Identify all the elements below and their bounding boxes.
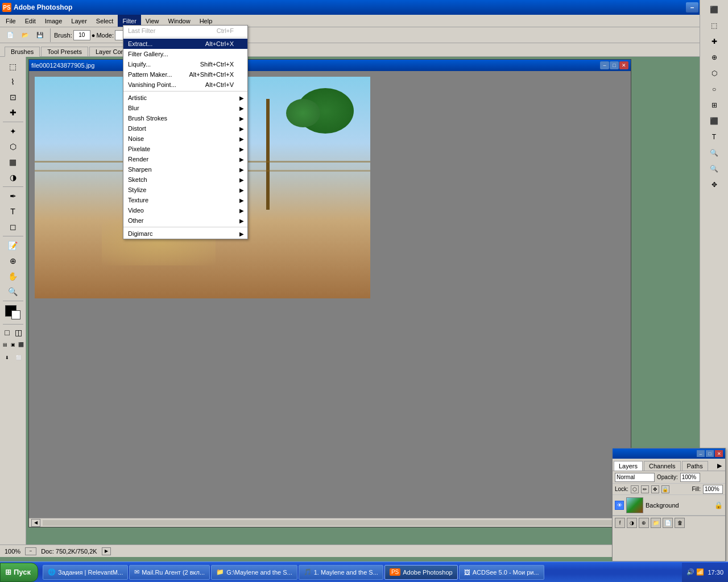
filter-digimarc[interactable]: Digimarc ▶ bbox=[123, 228, 247, 239]
scroll-doc-btn[interactable]: ▶ bbox=[102, 547, 111, 555]
filter-gallery[interactable]: Filter Gallery... bbox=[123, 49, 247, 59]
filter-video[interactable]: Video ▶ bbox=[123, 205, 247, 215]
lock-image-btn[interactable]: ✏ bbox=[641, 485, 649, 493]
delete-layer-btn[interactable]: 🗑 bbox=[675, 518, 685, 528]
tool-zoom[interactable]: 🔍 bbox=[2, 284, 24, 299]
screen-mode-2[interactable]: ▣ bbox=[10, 339, 16, 350]
taskbar-item-0[interactable]: 🌐 Задания | RelevantM... bbox=[43, 565, 128, 580]
taskbar-item-3[interactable]: 🎵 1. Maylene and the S... bbox=[299, 565, 383, 580]
tool-clone[interactable]: ✦ bbox=[2, 124, 24, 139]
menu-edit[interactable]: Edit bbox=[20, 15, 40, 27]
new-fill-btn[interactable]: ⊕ bbox=[639, 518, 649, 528]
filter-sharpen[interactable]: Sharpen ▶ bbox=[123, 164, 247, 174]
taskbar-item-5[interactable]: 🖼 ACDSee 5.0 - Мои ри... bbox=[459, 565, 544, 580]
filter-noise[interactable]: Noise ▶ bbox=[123, 134, 247, 144]
tool-extra[interactable]: ⬜ bbox=[14, 352, 24, 363]
quick-mask-on[interactable]: ◫ bbox=[14, 327, 24, 338]
minimize-button[interactable]: – bbox=[686, 2, 698, 13]
filter-texture[interactable]: Texture ▶ bbox=[123, 195, 247, 205]
layers-tab-channels[interactable]: Channels bbox=[644, 461, 680, 471]
layers-menu-btn[interactable]: ▶ bbox=[715, 461, 724, 471]
blend-mode-dropdown[interactable]: Normal bbox=[615, 473, 655, 482]
zoom-out-btn[interactable]: − bbox=[25, 547, 36, 555]
filter-distort[interactable]: Distort ▶ bbox=[123, 123, 247, 134]
opacity-input[interactable]: 100% bbox=[680, 473, 700, 482]
tool-shape[interactable]: ◻ bbox=[2, 219, 24, 234]
tool-eraser[interactable]: ⬡ bbox=[2, 139, 24, 154]
filter-stylize[interactable]: Stylize ▶ bbox=[123, 185, 247, 195]
filter-artistic[interactable]: Artistic ▶ bbox=[123, 93, 247, 103]
brush-size-input[interactable]: 10 bbox=[73, 30, 90, 40]
taskbar-item-2[interactable]: 📁 G:\Maylene and the S... bbox=[211, 565, 297, 580]
tool-dodge[interactable]: ◑ bbox=[2, 170, 24, 185]
layer-visibility-eye[interactable]: 👁 bbox=[615, 501, 624, 510]
doc-maximize-button[interactable]: □ bbox=[610, 61, 619, 69]
right-tool-2[interactable]: ⬚ bbox=[704, 18, 725, 33]
tool-crop[interactable]: ⊡ bbox=[2, 90, 24, 105]
tool-eyedropper[interactable]: ⊕ bbox=[2, 253, 24, 268]
filter-sketch[interactable]: Sketch ▶ bbox=[123, 174, 247, 185]
tool-marquee[interactable]: ⬚ bbox=[2, 59, 24, 74]
tool-type[interactable]: T bbox=[2, 204, 24, 219]
layers-tab-paths[interactable]: Paths bbox=[682, 461, 708, 471]
right-tool-3[interactable]: ✚ bbox=[704, 34, 725, 49]
filter-brush-strokes[interactable]: Brush Strokes ▶ bbox=[123, 113, 247, 123]
right-tool-8[interactable]: ⬛ bbox=[704, 114, 725, 128]
layers-min-btn[interactable]: – bbox=[697, 450, 705, 457]
lock-all-btn[interactable]: 🔒 bbox=[661, 485, 669, 493]
lock-position-btn[interactable]: ✥ bbox=[651, 485, 659, 493]
menu-select[interactable]: Select bbox=[92, 15, 118, 27]
right-tool-6[interactable]: ○ bbox=[704, 82, 725, 97]
background-color[interactable] bbox=[11, 310, 20, 319]
doc-close-button[interactable]: ✕ bbox=[619, 61, 628, 69]
toolbar-new[interactable]: 📄 bbox=[3, 28, 17, 42]
layers-close-btn[interactable]: ✕ bbox=[715, 450, 723, 457]
brushes-tab[interactable]: Brushes bbox=[5, 47, 40, 57]
doc-scrollbar[interactable]: ◀ ▶ bbox=[29, 518, 631, 527]
lock-transparent-btn[interactable]: ⬡ bbox=[631, 485, 639, 493]
menu-layer[interactable]: Layer bbox=[67, 15, 92, 27]
toolbar-open[interactable]: 📂 bbox=[18, 28, 32, 42]
tool-heal[interactable]: ✚ bbox=[2, 105, 24, 120]
start-button[interactable]: ⊞ Пуск bbox=[0, 563, 38, 582]
doc-minimize-button[interactable]: – bbox=[600, 61, 609, 69]
filter-last-filter[interactable]: Last Filter Ctrl+F bbox=[123, 26, 247, 36]
tool-pen[interactable]: ✒ bbox=[2, 189, 24, 203]
screen-mode-3[interactable]: ⬛ bbox=[18, 339, 24, 350]
foreground-color[interactable] bbox=[5, 305, 16, 317]
tool-hand[interactable]: ✋ bbox=[2, 269, 24, 284]
right-tool-12[interactable]: ✥ bbox=[704, 177, 725, 192]
right-tool-4[interactable]: ⊕ bbox=[704, 50, 725, 65]
filter-other[interactable]: Other ▶ bbox=[123, 215, 247, 226]
layers-tab-layers[interactable]: Layers bbox=[614, 461, 643, 471]
filter-pattern-maker[interactable]: Pattern Maker... Alt+Shift+Ctrl+X bbox=[123, 69, 247, 80]
filter-vanishing-point[interactable]: Vanishing Point... Alt+Ctrl+V bbox=[123, 80, 247, 90]
filter-liquify[interactable]: Liquify... Shift+Ctrl+X bbox=[123, 59, 247, 69]
scroll-track[interactable] bbox=[43, 520, 617, 526]
jump-to-imageready[interactable]: ⬇ bbox=[2, 352, 13, 363]
filter-extract[interactable]: Extract... Alt+Ctrl+X bbox=[123, 39, 247, 49]
right-tool-10[interactable]: 🔍 bbox=[704, 146, 725, 160]
layer-mask-btn[interactable]: ◑ bbox=[627, 518, 637, 528]
new-layer-btn[interactable]: 📄 bbox=[663, 518, 673, 528]
color-swatches[interactable] bbox=[5, 305, 21, 320]
quick-mask-off[interactable]: □ bbox=[2, 327, 13, 338]
toolbar-save[interactable]: 💾 bbox=[33, 28, 47, 42]
right-tool-11[interactable]: 🔍 bbox=[704, 161, 725, 176]
tool-presets-tab[interactable]: Tool Presets bbox=[41, 47, 88, 56]
tool-gradient[interactable]: ▦ bbox=[2, 155, 24, 169]
right-tool-5[interactable]: ⬡ bbox=[704, 66, 725, 81]
scroll-left-btn[interactable]: ◀ bbox=[31, 519, 40, 527]
right-tool-1[interactable]: ⬛ bbox=[704, 2, 725, 17]
taskbar-item-1[interactable]: ✉ Mail.Ru Агент (2 вкл... bbox=[129, 565, 210, 580]
tool-notes[interactable]: 📝 bbox=[2, 238, 24, 253]
taskbar-item-4[interactable]: PS Adobe Photoshop bbox=[384, 565, 458, 580]
filter-blur[interactable]: Blur ▶ bbox=[123, 103, 247, 113]
screen-mode-1[interactable]: ▤ bbox=[2, 339, 9, 350]
layers-max-btn[interactable]: □ bbox=[706, 450, 714, 457]
tool-lasso[interactable]: ⌇ bbox=[2, 74, 24, 89]
new-style-btn[interactable]: f bbox=[615, 518, 625, 528]
right-tool-7[interactable]: ⊞ bbox=[704, 98, 725, 113]
filter-pixelate[interactable]: Pixelate ▶ bbox=[123, 144, 247, 154]
menu-image[interactable]: Image bbox=[40, 15, 67, 27]
